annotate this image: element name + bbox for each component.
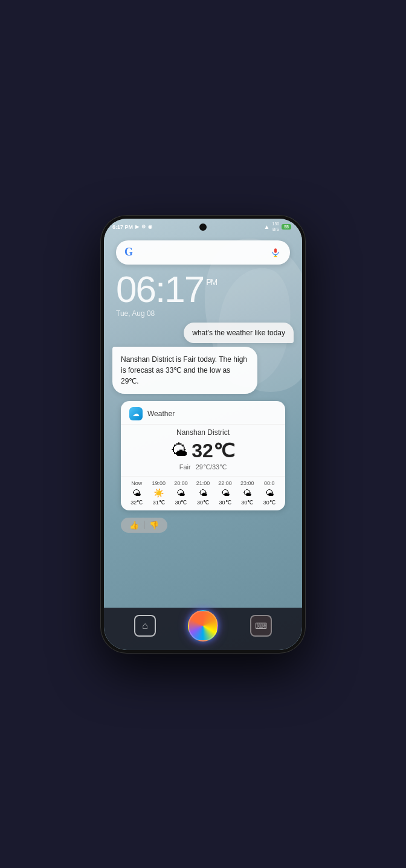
weather-temp-row: 🌤 32℃ [129, 439, 277, 462]
weather-card[interactable]: ☁ Weather Nanshan District 🌤 32℃ Fair 29… [121, 401, 285, 510]
status-left: 6:17 PM ▶ ⚙ ◉ [112, 224, 152, 230]
hour-temperature: 31℃ [153, 500, 165, 506]
assistant-message-bubble: Nanshan District is Fair today. The high… [112, 347, 257, 394]
weather-condition: Fair [179, 463, 191, 471]
hour-weather-icon: 🌤 [176, 488, 185, 498]
chat-area: what's the weather like today Nanshan Di… [112, 323, 294, 533]
feedback-bar: 👍 👎 [121, 518, 285, 533]
hour-weather-icon: 🌤 [265, 488, 274, 498]
status-right: ▲ 150 B/S 55 [264, 222, 291, 232]
weather-card-header: ☁ Weather [121, 401, 285, 425]
thumbs-down-button[interactable]: 👎 [149, 521, 159, 530]
clock-widget: 06:17 PM Tue, Aug 08 [116, 271, 290, 318]
weather-app-name: Weather [147, 410, 175, 418]
settings-icon: ⚙ [141, 224, 146, 230]
hour-item: 00:0 🌤 30℃ [258, 480, 280, 506]
alert-icon: ◉ [148, 224, 152, 230]
hour-weather-icon: ☀️ [153, 488, 164, 498]
hour-temperature: 30℃ [263, 500, 276, 506]
clock-time-display: 06:17 PM [116, 271, 290, 308]
weather-sub-info: Fair 29℃/33℃ [129, 463, 277, 471]
user-message-text: what's the weather like today [192, 329, 285, 337]
bottom-navigation: ⌂ ⌨ [104, 608, 302, 650]
thumbs-up-button[interactable]: 👍 [129, 521, 139, 530]
phone-screen: 6:17 PM ▶ ⚙ ◉ ▲ 150 B/S 55 [104, 219, 302, 650]
battery-icon: 55 [282, 224, 291, 230]
weather-main-info: Nanshan District 🌤 32℃ Fair 29℃/33℃ [121, 425, 285, 476]
keyboard-icon: ⌨ [250, 615, 272, 637]
status-time: 6:17 PM [112, 224, 133, 230]
hour-label: 21:00 [196, 480, 210, 486]
svg-rect-0 [274, 248, 277, 252]
assistant-icon [188, 610, 218, 641]
hour-item: Now 🌤 32℃ [126, 480, 148, 506]
hour-label: 19:00 [152, 480, 166, 486]
user-message-bubble: what's the weather like today [184, 323, 294, 343]
google-search-bar[interactable]: G [116, 240, 290, 265]
hour-label: 23:00 [240, 480, 254, 486]
wifi-icon: ▲ [264, 223, 270, 230]
camera-notch [199, 223, 207, 231]
google-logo: G [124, 246, 133, 259]
home-nav-button[interactable]: ⌂ [130, 611, 160, 641]
hour-weather-icon: 🌤 [199, 488, 207, 498]
hour-weather-icon: 🌤 [132, 488, 141, 498]
hour-weather-icon: 🌤 [243, 488, 251, 498]
feedback-divider [144, 521, 144, 529]
hour-item: 22:00 🌤 30℃ [214, 480, 236, 506]
hour-item: 21:00 🌤 30℃ [192, 480, 214, 506]
network-speed: 150 B/S [272, 222, 280, 232]
hour-label: Now [131, 480, 142, 486]
assistant-message-text: Nanshan District is Fair today. The high… [121, 355, 247, 385]
search-bar-container: G [116, 240, 290, 265]
hour-item: 19:00 ☀️ 31℃ [148, 480, 170, 506]
home-icon: ⌂ [134, 615, 156, 637]
clock-date: Tue, Aug 08 [116, 309, 290, 318]
hourly-forecast: Now 🌤 32℃ 19:00 ☀️ 31℃ 20:00 🌤 30℃ 21:00… [121, 476, 285, 510]
hour-label: 22:00 [218, 480, 232, 486]
weather-temperature: 32℃ [192, 439, 235, 462]
hour-temperature: 30℃ [175, 500, 187, 506]
feedback-pill: 👍 👎 [121, 518, 167, 533]
weather-location: Nanshan District [129, 428, 277, 437]
weather-range: 29℃/33℃ [196, 463, 227, 471]
assistant-nav-button[interactable] [188, 611, 218, 641]
video-icon: ▶ [135, 224, 139, 230]
hour-label: 00:0 [264, 480, 275, 486]
hour-label: 20:00 [174, 480, 188, 486]
hour-item: 23:00 🌤 30℃ [236, 480, 259, 506]
hour-temperature: 30℃ [197, 500, 209, 506]
weather-condition-icon: 🌤 [171, 440, 188, 460]
keyboard-nav-button[interactable]: ⌨ [246, 611, 276, 641]
hour-temperature: 32℃ [130, 500, 143, 506]
phone-frame: 6:17 PM ▶ ⚙ ◉ ▲ 150 B/S 55 [100, 215, 306, 654]
screen-content: G 06:17 PM [104, 219, 302, 650]
hour-temperature: 30℃ [241, 500, 253, 506]
hour-temperature: 30℃ [219, 500, 231, 506]
hour-weather-icon: 🌤 [221, 488, 230, 498]
mic-button[interactable] [269, 246, 282, 259]
weather-app-icon: ☁ [129, 407, 143, 420]
hour-item: 20:00 🌤 30℃ [170, 480, 192, 506]
